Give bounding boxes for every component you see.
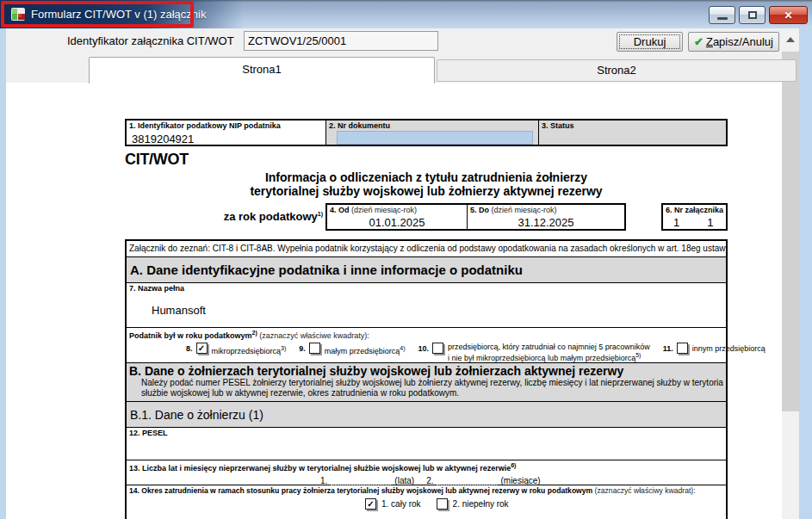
window-border-left <box>0 28 6 519</box>
option-10-label: przedsiębiorcą, który zatrudniał co najm… <box>448 343 650 362</box>
field-pesel-label: 12. PESEL <box>129 429 723 437</box>
section-b1-header: B.1. Dane o żołnierzu (1) <box>127 401 726 427</box>
checkbox-partial-year[interactable] <box>437 498 448 510</box>
restore-button[interactable] <box>739 6 766 24</box>
field-status: 3. Status <box>538 120 726 145</box>
close-button[interactable]: ✕ <box>769 6 808 24</box>
app-window: Formularz CIT/WOT v (1) załącznik ✕ Iden… <box>0 0 812 519</box>
form-title: Informacja o odliczeniach z tytułu zatru… <box>125 170 728 198</box>
section-b-header: B. Dane o żołnierzach terytorialnej służ… <box>127 362 726 401</box>
window-title: Formularz CIT/WOT v (1) załącznik <box>31 8 206 21</box>
field-date-from-value[interactable]: 01.01.2025 <box>330 216 464 229</box>
field-doc-label: 2. Nr dokumentu <box>329 121 536 130</box>
minimize-button[interactable] <box>709 6 735 24</box>
field-date-to-label: 5. Do (dzień miesiąc-rok) <box>470 206 622 214</box>
cit-wot-form: 1. Identyfikator podatkowy NIP podatnika… <box>125 119 728 519</box>
minimize-icon <box>717 17 728 20</box>
section-b-desc-line2: służbie wojskowej lub w aktywnej rezerwi… <box>141 388 723 399</box>
close-icon: ✕ <box>784 9 792 22</box>
date-range-box: 4. Od (dzień miesiąc-rok) 01.01.2025 5. … <box>325 203 626 231</box>
field-date-to: 5. Do (dzień miesiąc-rok) 31.12.2025 <box>467 205 624 229</box>
years-item2-number: 2. <box>426 476 433 485</box>
years-unit: (lata) <box>394 476 414 485</box>
attachment-id-input[interactable]: ZCTWOV1/25/0001 <box>244 31 438 51</box>
taxpayer-type-label: Podatnik był w roku podatkowym2) (zaznac… <box>129 329 723 340</box>
checkbox-entrepreneur-5-employees[interactable] <box>432 343 443 354</box>
form-code: CIT/WOT <box>125 151 728 170</box>
years-item1-number: 1. <box>320 476 327 485</box>
attachment-value-1: 1 <box>673 216 679 229</box>
field-employment-period-label: 14. Okres zatrudnienia w ramach stosunku… <box>129 486 723 495</box>
option-11-label: innym przedsiębiorcą <box>692 343 766 355</box>
doc-number-input[interactable] <box>337 131 533 145</box>
attachment-id-label: Identyfikator załącznika CIT/WOT <box>67 34 234 47</box>
form-header-row: 1. Identyfikator podatkowy NIP podatnika… <box>125 119 728 146</box>
print-button[interactable]: Drukuj <box>617 32 683 52</box>
employment-period-options: ✓ 1. cały rok 2. niepełny rok <box>363 498 723 510</box>
tax-year-row: za rok podatkowy1) 4. Od (dzień miesiąc-… <box>125 203 728 231</box>
attachment-value-2: 1 <box>707 216 713 229</box>
field-full-name: 7. Nazwa pełna Humansoft <box>127 282 726 327</box>
field-nip-label: 1. Identyfikator podatkowy NIP podatnika <box>129 121 323 130</box>
tab-strona2[interactable]: Strona2 <box>437 59 797 82</box>
option-9-label: małym przedsiębiorcą4) <box>325 343 406 357</box>
chevron-up-icon <box>786 37 795 42</box>
titlebar[interactable]: Formularz CIT/WOT v (1) załącznik ✕ <box>0 0 812 28</box>
field-employment-period: 14. Okres zatrudnienia w ramach stosunku… <box>127 485 726 519</box>
months-input[interactable] <box>437 477 497 485</box>
tax-year-label: za rok podatkowy1) <box>125 210 323 223</box>
window-controls: ✕ <box>709 6 808 24</box>
scrollbar-thumb[interactable] <box>782 52 799 411</box>
field-doc-number: 2. Nr dokumentu <box>325 120 538 145</box>
months-unit: (miesiące) <box>500 476 540 485</box>
option-9-number: 9. <box>299 343 306 355</box>
check-icon: ✔ <box>694 35 704 48</box>
save-cancel-button[interactable]: ✔ Zapisz/Anuluj <box>688 32 779 52</box>
full-year-label: 1. cały rok <box>381 499 421 509</box>
scrollbar[interactable] <box>782 30 799 519</box>
option-8-number: 8. <box>186 343 193 355</box>
field-nip-value[interactable]: 3819204921 <box>132 133 323 145</box>
field-nip: 1. Identyfikator podatkowy NIP podatnika… <box>127 120 325 145</box>
taxpayer-type-row: Podatnik był w roku podatkowym2) (zaznac… <box>127 327 726 362</box>
field-pesel: 12. PESEL <box>127 427 726 460</box>
checkbox-small-entrepreneur[interactable] <box>309 343 320 354</box>
tab-strona1[interactable]: Strona1 <box>89 57 435 83</box>
form-title-line2: terytorialnej służby wojskowej lub żołni… <box>125 184 728 198</box>
app-icon <box>11 7 26 22</box>
field-service-years: 13. Liczba lat i miesięcy nieprzerwanej … <box>127 460 726 485</box>
section-b-title: B. Dane o żołnierzach terytorialnej służ… <box>129 364 723 378</box>
field-full-name-label: 7. Nazwa pełna <box>129 284 723 293</box>
field-attachment-label: 6. Nr załącznika <box>666 206 723 214</box>
checkbox-micro-entrepreneur[interactable]: ✓ <box>196 343 208 354</box>
save-cancel-label: Zapisz/Anuluj <box>706 35 773 48</box>
partial-year-label: 2. niepełny rok <box>453 499 509 509</box>
checkbox-other-entrepreneur[interactable] <box>677 343 688 354</box>
field-full-name-value[interactable]: Humansoft <box>152 304 723 317</box>
field-date-from: 4. Od (dzień miesiąc-rok) 01.01.2025 <box>327 205 467 229</box>
restore-icon <box>748 11 757 19</box>
form-pane: 1. Identyfikator podatkowy NIP podatnika… <box>6 83 782 519</box>
form-main-table: Załącznik do zeznań: CIT-8 i CIT-8AB. Wy… <box>125 239 728 519</box>
field-attachment-number: 6. Nr załącznika 1 1 <box>661 203 728 231</box>
option-10-number: 10. <box>418 343 430 355</box>
years-input[interactable] <box>331 477 391 485</box>
option-8-label: mikroprzedsiębiorcą3) <box>212 343 287 357</box>
section-a-header: A. Dane identyfikacyjne podatnika i inne… <box>127 256 726 282</box>
form-note: Załącznik do zeznań: CIT-8 i CIT-8AB. Wy… <box>127 241 726 256</box>
section-b-desc-line1: Należy podać numer PESEL żołnierzy teryt… <box>141 378 723 388</box>
field-date-to-value[interactable]: 31.12.2025 <box>470 216 622 229</box>
attachment-values: 1 1 <box>666 216 723 229</box>
taxpayer-options: 8. ✓ mikroprzedsiębiorcą3) 9. małym prze… <box>186 343 723 362</box>
field-status-label: 3. Status <box>542 121 723 130</box>
option-11-number: 11. <box>663 343 673 355</box>
field-date-from-label: 4. Od (dzień miesiąc-rok) <box>330 206 464 214</box>
scroll-up-button[interactable] <box>782 32 799 47</box>
window-border-right <box>799 28 812 519</box>
form-title-line1: Informacja o odliczeniach z tytułu zatru… <box>125 170 728 184</box>
field-service-years-label: 13. Liczba lat i miesięcy nieprzerwanej … <box>129 461 723 473</box>
checkbox-full-year[interactable]: ✓ <box>365 498 376 510</box>
